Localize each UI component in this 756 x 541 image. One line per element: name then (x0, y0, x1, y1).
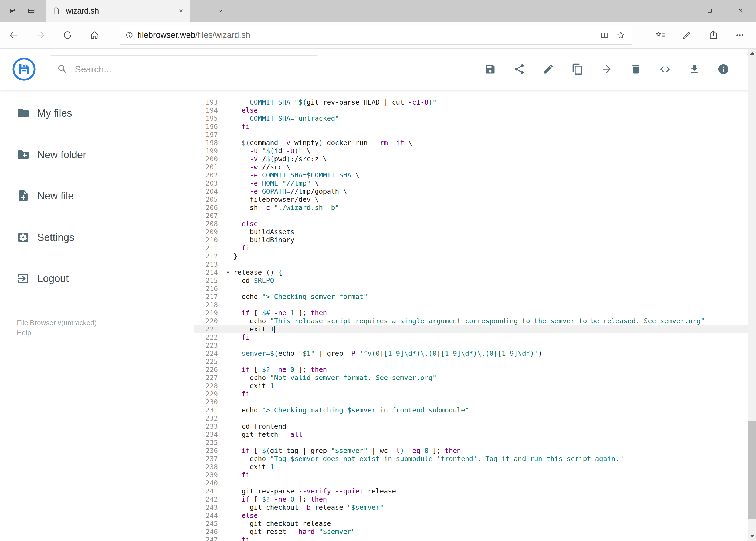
code-line[interactable]: 226 if [ $? -ne 0 ]; then (194, 366, 756, 374)
code-line[interactable]: 219 if [ $# -ne 1 ]; then (194, 309, 756, 317)
code-line[interactable]: 228 exit 1 (194, 382, 756, 390)
tab-close-button[interactable] (175, 0, 187, 22)
code-line[interactable]: 235 (194, 439, 756, 447)
back-button[interactable] (0, 22, 27, 48)
code-line[interactable]: 204 -e GOPATH=//tmp/gopath \ (194, 188, 756, 196)
web-note-button[interactable] (674, 22, 700, 48)
code-line[interactable]: 238 exit 1 (194, 463, 756, 471)
code-line[interactable]: 245 git checkout release (194, 520, 756, 528)
code-line[interactable]: 206 sh -c "./wizard.sh -b" (194, 204, 756, 212)
sidebar-item-my-files[interactable]: My files (0, 101, 194, 125)
code-line[interactable]: 229 fi (194, 390, 756, 398)
code-line[interactable]: 247 fi (194, 536, 756, 541)
code-editor[interactable]: 193 COMMIT_SHA="$(git rev-parse HEAD | c… (194, 90, 756, 541)
move-button[interactable] (599, 61, 615, 77)
code-line[interactable]: 208 else (194, 220, 756, 228)
code-line[interactable]: 241 git rev-parse --verify --quiet relea… (194, 487, 756, 495)
code-line[interactable]: 224 semver=$(echo "$1" | grep -P '^v(0|[… (194, 349, 756, 357)
tab-wizard-sh[interactable]: wizard.sh (46, 0, 190, 22)
save-button[interactable] (482, 61, 498, 77)
window-close-button[interactable] (725, 0, 756, 22)
scroll-down-button[interactable] (748, 532, 756, 541)
code-line[interactable]: 239 fi (194, 471, 756, 479)
code-line[interactable]: 222 fi (194, 333, 756, 341)
code-line[interactable]: 193 COMMIT_SHA="$(git rev-parse HEAD | c… (194, 98, 756, 106)
code-line[interactable]: 233 cd frontend (194, 422, 756, 430)
code-line[interactable]: 213 (194, 261, 756, 269)
code-line[interactable]: 246 git reset --hard "$semver" (194, 528, 756, 536)
code-line[interactable]: 201 -w //src \ (194, 163, 756, 171)
tab-preview-chevron-button[interactable] (212, 0, 229, 22)
share-button[interactable] (511, 61, 527, 77)
sidebar-item-new-file[interactable]: New file (0, 184, 194, 208)
share-button[interactable] (700, 22, 727, 48)
code-line[interactable]: 207 (194, 212, 756, 220)
url-text[interactable]: filebrowser.web/files/wizard.sh (137, 30, 250, 40)
fold-marker-icon[interactable]: ▾ (227, 269, 229, 276)
code-line[interactable]: 194 else (194, 106, 756, 115)
code-line[interactable]: 227 echo "Not valid semver format. See s… (194, 374, 756, 382)
code-line[interactable]: 200 -v /$(pwd):/src:z \ (194, 155, 756, 163)
code-line[interactable]: 237 echo "Tag $semver does not exist in … (194, 455, 756, 463)
code-line[interactable]: 240 (194, 479, 756, 487)
code-line[interactable]: 215 cd $REPO (194, 276, 756, 285)
hub-button[interactable] (647, 22, 674, 48)
search-bar[interactable] (50, 55, 319, 83)
url-box[interactable]: filebrowser.web/files/wizard.sh (120, 26, 632, 45)
sidebar-item-settings[interactable]: Settings (0, 226, 194, 249)
code-line[interactable]: 225 (194, 357, 756, 366)
search-input[interactable] (74, 64, 311, 75)
code-line[interactable]: 223 (194, 341, 756, 349)
code-line[interactable]: 211 fi (194, 244, 756, 252)
code-line[interactable]: 199 -u "$(id -u)" \ (194, 147, 756, 155)
window-maximize-button[interactable] (694, 0, 725, 22)
sidebar-item-logout[interactable]: Logout (0, 267, 194, 290)
more-button[interactable] (727, 22, 753, 48)
copy-button[interactable] (570, 61, 586, 77)
filebrowser-logo[interactable] (12, 57, 36, 82)
code-line[interactable]: 195 COMMIT_SHA="untracked" (194, 115, 756, 123)
code-line[interactable]: 242 if [ $? -ne 0 ]; then (194, 495, 756, 503)
refresh-button[interactable] (54, 22, 81, 48)
page-scrollbar[interactable] (748, 49, 756, 541)
edit-button[interactable] (540, 61, 557, 77)
code-line[interactable]: 244 else (194, 512, 756, 520)
scroll-up-button[interactable] (748, 49, 756, 58)
code-line[interactable]: 220 echo "This release script requires a… (194, 317, 756, 325)
code-line[interactable]: 205 filebrowser/dev \ (194, 196, 756, 204)
download-button[interactable] (686, 61, 702, 77)
delete-button[interactable] (628, 61, 644, 77)
home-button[interactable] (81, 22, 108, 48)
info-button[interactable] (715, 61, 731, 77)
set-tabs-aside-button[interactable] (4, 0, 22, 22)
code-line[interactable]: 232 (194, 414, 756, 422)
forward-button[interactable] (27, 22, 54, 48)
scrollbar-thumb[interactable] (748, 421, 756, 519)
code-line[interactable]: 209 buildAssets (194, 228, 756, 236)
code-line[interactable]: 236 if [ $(git tag | grep "$semver" | wc… (194, 447, 756, 455)
help-link[interactable]: Help (17, 328, 97, 338)
sidebar-item-new-folder[interactable]: New folder (0, 143, 194, 167)
code-line[interactable]: 216 (194, 285, 756, 293)
code-line[interactable]: 202 -e COMMIT_SHA=$COMMIT_SHA \ (194, 171, 756, 179)
code-line[interactable]: 234 git fetch --all (194, 430, 756, 439)
code-line[interactable]: 214▾release () { (194, 269, 756, 276)
code-button[interactable] (657, 61, 673, 77)
code-line[interactable]: 218 (194, 301, 756, 309)
window-minimize-button[interactable] (664, 0, 694, 22)
favorite-button[interactable] (613, 26, 629, 44)
reading-view-button[interactable] (597, 26, 613, 44)
code-line[interactable]: 196 fi (194, 123, 756, 131)
code-line[interactable]: 198 $(command -v winpty) docker run --rm… (194, 139, 756, 147)
code-line[interactable]: 197 (194, 131, 756, 139)
code-line[interactable]: 217 echo "> Checking semver format" (194, 293, 756, 301)
code-line[interactable]: 203 -e HOME="//tmp" \ (194, 179, 756, 188)
code-line[interactable]: 221 exit 1 (194, 325, 756, 333)
code-line[interactable]: 230 (194, 398, 756, 406)
code-line[interactable]: 231 echo "> Checking matching $semver in… (194, 406, 756, 414)
code-line[interactable]: 243 git checkout -b release "$semver" (194, 503, 756, 512)
site-info-button[interactable] (125, 31, 134, 40)
code-line[interactable]: 210 buildBinary (194, 236, 756, 244)
code-line[interactable]: 212} (194, 252, 756, 261)
new-tab-button[interactable] (192, 0, 212, 22)
